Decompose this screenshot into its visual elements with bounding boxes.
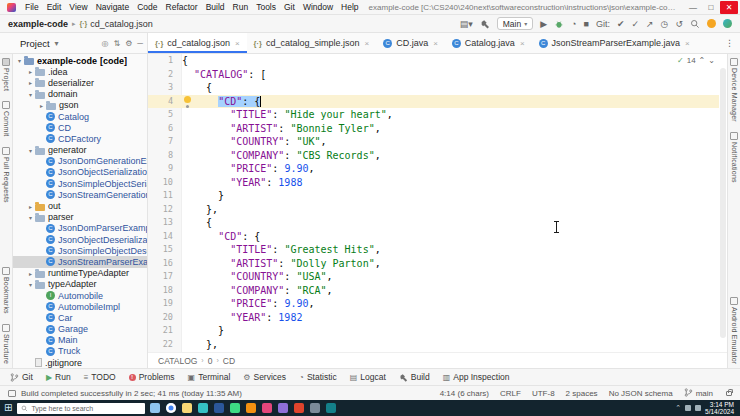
tree-item-Catalog[interactable]: CCatalog [13,111,147,122]
build-hammer-icon[interactable] [480,19,490,29]
tool-window-button-logcat[interactable]: ▤Logcat [344,369,392,385]
tab-close-icon[interactable]: × [364,39,369,48]
taskbar-app-icon-chrome[interactable] [166,403,176,413]
tree-item-CD[interactable]: CCD [13,122,147,133]
menu-item-window[interactable]: Window [299,2,337,12]
line-separator[interactable]: CRLF [500,389,521,398]
tree-item-JsonSimpleObjectSerializationExample[interactable]: CJsonSimpleObjectSerializationExample [13,178,147,189]
taskbar-search[interactable]: Type here to search [17,403,145,414]
taskbar-app-icon-file-explorer[interactable] [182,403,192,413]
panel-dropdown-icon[interactable]: ▾ [55,39,59,48]
code-line-13[interactable]: 13 { [148,216,719,230]
rollback-icon[interactable]: ↺ [675,19,683,29]
code-line-5[interactable]: 5 "TITLE": "Hide your heart", [148,108,719,122]
menu-item-edit[interactable]: Edit [43,2,66,12]
code-line-21[interactable]: 21 } [148,324,719,338]
tab-cd_catalog.json[interactable]: {·}cd_catalog.json× [148,33,247,53]
collapsed-arrow-icon[interactable]: ▸ [26,68,35,75]
tab-Catalog.java[interactable]: CCatalog.java× [445,33,532,53]
menu-item-tools[interactable]: Tools [252,2,280,12]
taskbar-app-icon-office[interactable] [246,403,256,413]
code-with-me-icon[interactable] [707,19,716,28]
tree-item-JsonDomParserExample[interactable]: CJsonDomParserExample [13,223,147,234]
tree-item-Automobile[interactable]: IAutomobile [13,290,147,301]
status-lock-icon[interactable] [726,391,732,396]
stop-button[interactable]: ■ [584,19,589,29]
editor-scrollbar[interactable] [720,68,726,338]
tab-CD.java[interactable]: CCD.java× [376,33,445,53]
tool-window-button-statistic[interactable]: ◔Statistic [293,369,343,385]
code-line-12[interactable]: 12 }, [148,203,719,217]
code-line-20[interactable]: 20 "YEAR": 1982 [148,311,719,325]
stripe-item-device-manager[interactable]: Device Manager [730,58,738,122]
taskbar-app-icon-intellij[interactable] [262,403,272,413]
menu-item-help[interactable]: Help [337,2,362,12]
taskbar-app-icon-edge[interactable] [198,403,208,413]
taskbar-app-icon-android-studio[interactable] [230,403,240,413]
tree-item-deserializer[interactable]: ▸deserializer [13,77,147,88]
code-line-18[interactable]: 18 "COMPANY": "RCA", [148,284,719,298]
collapsed-arrow-icon[interactable]: ▸ [26,203,35,210]
tree-item-Garage[interactable]: CGarage [13,324,147,335]
tree-item-AutomobileImpl[interactable]: CAutomobileImpl [13,301,147,312]
tab-options-kebab-icon[interactable]: ⋮ [719,33,740,53]
history-icon[interactable]: ◷ [661,19,669,29]
collapsed-arrow-icon[interactable]: ▸ [26,270,35,277]
expanded-arrow-icon[interactable]: ▾ [26,214,35,221]
menu-item-navigate[interactable]: Navigate [92,2,134,12]
close-button[interactable]: ✕ [720,1,738,14]
hide-panel-icon[interactable]: ─ [137,39,143,48]
tree-item-Car[interactable]: CCar [13,312,147,323]
tab-cd_catalog_simple.json[interactable]: {·}cd_catalog_simple.json× [247,33,377,53]
panel-settings-gear-icon[interactable]: ⚙ [125,39,132,48]
code-line-9[interactable]: 9 "PRICE": 9.90, [148,162,719,176]
breadcrumb-CD[interactable]: CD [223,356,235,366]
menu-item-view[interactable]: View [65,2,91,12]
taskbar-app-icon-word[interactable] [214,403,224,413]
taskbar-app-icon-app-red[interactable] [294,403,304,413]
tree-item-Main[interactable]: CMain [13,335,147,346]
code-area[interactable]: 1{2 "CATALOG": [3 {4 "CD": {5 "TITLE": "… [148,54,719,352]
tree-item-domain[interactable]: ▾domain [13,89,147,100]
indent-style[interactable]: 2 spaces [566,389,598,398]
code-line-4[interactable]: 4 "CD": { [148,95,719,109]
run-configuration-select[interactable]: Main▾ [497,17,533,30]
git-update-icon[interactable]: ✔ [617,19,625,29]
tree-item-runtimeTypeAdapter[interactable]: ▸runtimeTypeAdapter [13,268,147,279]
expanded-arrow-icon[interactable]: ▾ [26,147,35,154]
search-everywhere-icon[interactable] [690,19,700,29]
tree-item-out[interactable]: ▸out [13,200,147,211]
menu-item-run[interactable]: Run [229,2,253,12]
editor[interactable]: 1{2 "CATALOG": [3 {4 "CD": {5 "TITLE": "… [148,54,727,368]
code-line-15[interactable]: 15 "TITLE": "Greatest Hits", [148,243,719,257]
code-line-7[interactable]: 7 "COUNTRY": "UK", [148,135,719,149]
prev-problem-icon[interactable]: ⌃ [699,56,706,65]
code-line-10[interactable]: 10 "YEAR": 1988 [148,176,719,190]
code-line-11[interactable]: 11 } [148,189,719,203]
tray-icon[interactable] [685,405,691,411]
tree-item-typeAdapter[interactable]: ▾typeAdapter [13,279,147,290]
menu-item-file[interactable]: File [21,2,43,12]
code-line-14[interactable]: 14 "CD": { [148,230,719,244]
stripe-item-notifications[interactable]: Notifications [730,132,738,183]
tab-close-icon[interactable]: × [433,39,438,48]
tool-window-button-terminal[interactable]: ▣Terminal [182,369,237,385]
tree-item-.gitignore[interactable]: .gitignore [13,357,147,368]
code-line-6[interactable]: 6 "ARTIST": "Bonnie Tyler", [148,122,719,136]
git-commit-icon[interactable]: ✓ [632,19,640,29]
expanded-arrow-icon[interactable]: ▾ [26,91,35,98]
tree-item-example-code[interactable]: ▾example-code[code] [13,55,147,66]
stripe-item-project[interactable]: Project [2,58,10,91]
tree-item-JsonObjectSerializationExample[interactable]: CJsonObjectSerializationExample [13,167,147,178]
taskbar-app-icon-app-slate[interactable] [310,403,320,413]
intention-bulb-icon[interactable] [184,96,191,103]
tree-item-Truck[interactable]: CTruck [13,346,147,357]
git-branch-widget[interactable]: main [684,388,713,399]
stripe-item-android-emulator[interactable]: Android Emulator [730,297,738,364]
code-line-3[interactable]: 3 { [148,81,719,95]
code-line-17[interactable]: 17 "COUNTRY": "USA", [148,270,719,284]
tool-window-button-services[interactable]: ⚙Services [237,369,292,385]
minimize-button[interactable]: — [684,1,702,14]
tool-window-button-build[interactable]: Build [393,369,436,385]
locate-file-icon[interactable]: ◎ [101,39,108,48]
